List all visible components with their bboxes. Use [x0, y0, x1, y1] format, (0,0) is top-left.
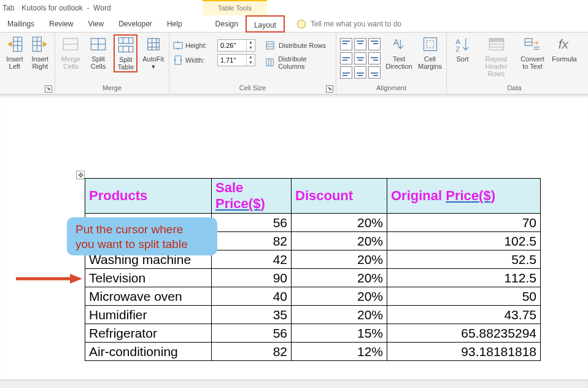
height-icon	[173, 41, 183, 50]
formula-button[interactable]: fx Formula	[551, 34, 578, 63]
tab-help[interactable]: Help	[160, 15, 190, 33]
autofit-button[interactable]: AutoFit▾	[141, 34, 165, 70]
height-down[interactable]: ▼	[247, 45, 255, 51]
table-row[interactable]: Humidifier3520%43.75	[85, 306, 541, 324]
svg-rect-26	[266, 42, 274, 49]
table-header-row[interactable]: Products Sale Price($) Discount Original…	[85, 179, 541, 214]
table-row[interactable]: Refrigerator5615%65.88235294	[85, 324, 541, 343]
height-spinner[interactable]: ▲▼	[217, 39, 255, 52]
tab-view[interactable]: View	[80, 15, 111, 33]
page[interactable]: ✥ Products Sale Price($) Discount Origin…	[10, 107, 578, 383]
insert-right-button[interactable]: Insert Right	[29, 34, 52, 70]
cell-discount[interactable]: 20%	[292, 214, 387, 232]
svg-text:A: A	[393, 37, 400, 47]
cell-discount[interactable]: 20%	[292, 269, 387, 287]
cell-margins-button[interactable]: Cell Margins	[417, 34, 443, 70]
cell-sale[interactable]: 90	[212, 269, 292, 287]
align-bot-left[interactable]	[340, 66, 352, 79]
cell-original[interactable]: 50	[387, 287, 541, 306]
height-input[interactable]	[218, 40, 246, 51]
horizontal-scrollbar[interactable]	[0, 379, 588, 388]
convert-to-text-button[interactable]: Convert to Text	[518, 34, 547, 70]
document-title: Kutools for outlook - Word	[21, 4, 110, 12]
align-bot-center[interactable]	[354, 66, 366, 79]
align-mid-left[interactable]	[340, 52, 352, 64]
cell-original[interactable]: 43.75	[387, 306, 541, 324]
products-table[interactable]: Products Sale Price($) Discount Original…	[85, 178, 541, 361]
cell-product[interactable]: Television	[85, 269, 212, 287]
cell-discount[interactable]: 15%	[292, 324, 387, 343]
width-input[interactable]	[218, 55, 246, 66]
cell-sale[interactable]: 56	[212, 324, 292, 343]
autofit-icon	[145, 36, 162, 53]
cell-original[interactable]: 65.88235294	[387, 324, 541, 343]
cell-product[interactable]: Humidifier	[85, 306, 212, 324]
tab-review[interactable]: Review	[42, 15, 80, 33]
split-cells-button[interactable]: Split Cells	[87, 34, 110, 70]
align-top-left[interactable]	[340, 38, 352, 50]
tab-mailings[interactable]: Mailings	[0, 15, 42, 33]
cellsize-dialog-launcher[interactable]: ⬊	[326, 85, 333, 93]
text-direction-button[interactable]: A Text Direction	[384, 34, 414, 70]
cell-discount[interactable]: 20%	[292, 287, 387, 306]
width-label: Width:	[185, 56, 215, 64]
cell-sale[interactable]: 82	[212, 232, 292, 250]
tab-layout[interactable]: Layout	[246, 15, 285, 33]
tab-design[interactable]: Design	[208, 15, 246, 33]
arrow-annotation	[16, 273, 83, 285]
title-tab-label[interactable]: Tab	[2, 4, 14, 12]
cell-discount[interactable]: 20%	[292, 250, 387, 269]
cell-sale[interactable]: 82	[212, 343, 292, 361]
width-spinner[interactable]: ▲▼	[217, 54, 255, 66]
height-up[interactable]: ▲	[247, 40, 255, 45]
width-up[interactable]: ▲	[247, 55, 255, 60]
tab-developer[interactable]: Developer	[111, 15, 160, 33]
group-label-merge: Merge	[59, 83, 165, 94]
cell-original[interactable]: 52.5	[387, 250, 541, 269]
rows-cols-dialog-launcher[interactable]: ⬊	[45, 85, 52, 93]
width-down[interactable]: ▼	[247, 60, 255, 66]
group-label-alignment: Alignment	[340, 83, 443, 94]
cell-original[interactable]: 93.18181818	[387, 343, 541, 361]
align-top-center[interactable]	[354, 38, 366, 50]
table-row[interactable]: Air-conditioning8212%93.18181818	[85, 343, 541, 361]
align-bot-right[interactable]	[368, 66, 381, 79]
cell-discount[interactable]: 12%	[292, 343, 387, 361]
align-mid-center[interactable]	[354, 52, 366, 64]
distribute-rows-button[interactable]: Distribute Rows	[265, 41, 332, 50]
distribute-cols-icon	[265, 58, 274, 68]
cell-original[interactable]: 70	[387, 214, 541, 232]
align-top-right[interactable]	[368, 38, 381, 50]
distribute-columns-button[interactable]: Distribute Columns	[265, 55, 332, 70]
insert-left-icon	[6, 36, 23, 53]
cell-product[interactable]: Air-conditioning	[85, 343, 212, 361]
table-move-handle[interactable]: ✥	[76, 171, 85, 179]
cell-product[interactable]: Microwave oven	[85, 287, 212, 306]
col-sale: Sale Price($)	[212, 179, 292, 214]
cell-product[interactable]: Refrigerator	[85, 324, 212, 343]
cell-sale[interactable]: 56	[212, 214, 292, 232]
cell-sale[interactable]: 35	[212, 306, 292, 324]
split-table-button[interactable]: Split Table	[114, 34, 137, 72]
convert-icon	[524, 36, 541, 53]
insert-left-button[interactable]: Insert Left	[4, 34, 26, 70]
table-row[interactable]: Television9020%112.5	[85, 269, 541, 287]
group-label-rows-cols	[4, 83, 51, 94]
document-area[interactable]: ✥ Products Sale Price($) Discount Origin…	[0, 95, 588, 388]
cell-sale[interactable]: 42	[212, 250, 292, 269]
cell-original[interactable]: 102.5	[387, 232, 541, 250]
svg-rect-24	[174, 42, 182, 49]
align-mid-right[interactable]	[368, 52, 381, 64]
cell-discount[interactable]: 20%	[292, 232, 387, 250]
cell-discount[interactable]: 20%	[292, 306, 387, 324]
svg-rect-14	[118, 46, 133, 52]
merge-cells-button: Merge Cells	[59, 34, 83, 70]
table-row[interactable]: Microwave oven4020%50	[85, 287, 541, 306]
sort-button[interactable]: AZ Sort	[451, 34, 474, 63]
sort-icon: AZ	[454, 36, 471, 53]
cell-sale[interactable]: 40	[212, 287, 292, 306]
formula-icon: fx	[555, 36, 573, 53]
tell-me-search[interactable]: Tell me what you want to do	[297, 20, 401, 28]
group-label-cellsize: Cell Size	[173, 83, 332, 94]
cell-original[interactable]: 112.5	[387, 269, 541, 287]
